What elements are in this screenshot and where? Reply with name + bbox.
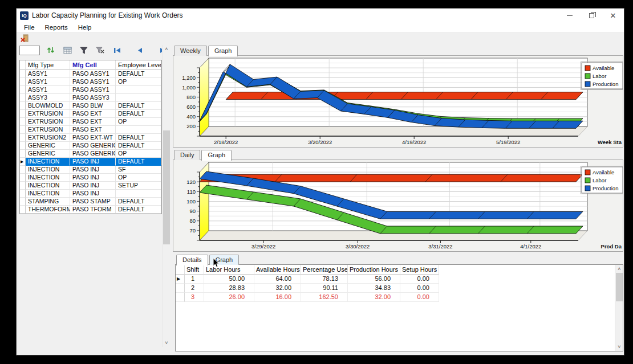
menu-help[interactable]: Help <box>73 22 97 32</box>
minimize-button[interactable] <box>559 9 581 22</box>
details-scrollbar-thumb[interactable] <box>616 273 623 301</box>
table-cell[interactable]: PASO EXT <box>70 126 116 134</box>
tab-daily[interactable]: Daily <box>174 150 200 160</box>
details-row[interactable]: 228.8332.0090.1134.830.00 <box>176 284 623 293</box>
table-cell[interactable]: DEFAULT <box>116 206 161 214</box>
table-row[interactable]: ASSY1PASO ASSY1 <box>20 86 161 94</box>
table-cell[interactable]: INJECTION <box>26 166 70 174</box>
scroll-down-icon[interactable]: ˅ <box>163 339 171 347</box>
table-cell[interactable]: DEFAULT <box>116 158 161 166</box>
nav-first-button[interactable] <box>111 46 124 55</box>
table-cell[interactable]: INJECTION <box>26 182 70 190</box>
table-row[interactable]: THERMOFORMPASO TFORMDEFAULT <box>20 206 161 214</box>
table-cell[interactable]: PASO EXT <box>70 118 116 126</box>
table-cell[interactable]: SF <box>116 166 161 174</box>
column-header-mfg-cell[interactable]: Mfg Cell <box>70 60 116 70</box>
table-cell[interactable]: OP <box>116 174 161 182</box>
table-cell[interactable]: EXTRUSION2 <box>26 134 70 142</box>
table-cell[interactable]: OP <box>116 78 161 86</box>
details-row[interactable]: ▶150.0064.0078.1356.000.00 <box>176 275 623 284</box>
menu-file[interactable]: File <box>19 22 40 32</box>
column-header-employee-level[interactable]: Employee Level <box>116 60 161 70</box>
table-row[interactable]: GENERICPASO GENERICOP <box>20 150 161 158</box>
table-cell[interactable]: DEFAULT <box>116 198 161 206</box>
table-cell[interactable]: PASO GENERIC <box>70 150 116 158</box>
table-cell[interactable]: PASO TFORM <box>70 206 116 214</box>
table-cell[interactable]: ASSY3 <box>26 94 70 102</box>
search-input[interactable] <box>19 46 40 55</box>
table-cell[interactable]: PASO EXT-WT <box>70 134 116 142</box>
column-header-production-hours[interactable]: Production Hours <box>348 265 400 275</box>
table-cell[interactable]: PASO ASSY1 <box>70 86 116 94</box>
table-cell[interactable]: DEFAULT <box>116 142 161 150</box>
table-cell[interactable]: PASO INJ <box>70 190 116 198</box>
column-header-setup-hours[interactable]: Setup Hours <box>400 265 439 275</box>
table-row[interactable]: EXTRUSIONPASO EXTOP <box>20 118 161 126</box>
table-row[interactable]: ASSY1PASO ASSY1DEFAULT <box>20 70 161 78</box>
table-row[interactable]: INJECTIONPASO INJSF <box>20 166 161 174</box>
filter-button[interactable] <box>78 46 90 55</box>
table-row[interactable]: ▶INJECTIONPASO INJDEFAULT <box>20 158 161 166</box>
table-cell[interactable]: SETUP <box>116 182 161 190</box>
close-button[interactable]: ✕ <box>602 9 624 22</box>
table-row[interactable]: ASSY1PASO ASSY1OP <box>20 78 161 86</box>
table-cell[interactable]: DEFAULT <box>116 102 161 110</box>
table-cell[interactable]: EXTRUSION <box>26 126 70 134</box>
restore-button[interactable] <box>581 9 602 22</box>
table-cell[interactable]: DEFAULT <box>116 110 161 118</box>
table-row[interactable]: INJECTIONPASO INJOP <box>20 174 161 182</box>
table-row[interactable]: BLOWMOLDPASO BLWDEFAULT <box>20 102 161 110</box>
table-cell[interactable] <box>116 190 161 198</box>
table-cell[interactable]: PASO ASSY3 <box>70 94 116 102</box>
table-cell[interactable]: STAMPING <box>26 198 70 206</box>
column-header-available-hours[interactable]: Available Hours <box>254 265 301 275</box>
scroll-up-icon[interactable]: ˄ <box>163 45 171 53</box>
table-cell[interactable]: ASSY1 <box>26 86 70 94</box>
table-cell[interactable]: THERMOFORM <box>26 206 70 214</box>
table-cell[interactable]: INJECTION <box>26 190 70 198</box>
table-cell[interactable]: PASO ASSY1 <box>70 78 116 86</box>
column-header-shift[interactable]: Shift <box>185 265 204 275</box>
left-scrollbar-thumb[interactable] <box>163 130 170 244</box>
table-cell[interactable]: OP <box>116 118 161 126</box>
nav-prev-button[interactable] <box>133 46 147 55</box>
table-cell[interactable]: PASO EXT <box>70 110 116 118</box>
tab-daily-graph[interactable]: Graph <box>201 150 232 161</box>
details-scrollbar[interactable]: ˄ ˅ <box>615 265 623 351</box>
table-cell[interactable]: ASSY1 <box>26 78 70 86</box>
table-row[interactable]: EXTRUSION2PASO EXT-WTDEFAULT <box>20 134 161 142</box>
table-cell[interactable]: INJECTION <box>26 174 70 182</box>
table-cell[interactable]: DEFAULT <box>116 70 161 78</box>
column-header-labor-hours[interactable]: Labor Hours <box>204 265 254 275</box>
tab-weekly[interactable]: Weekly <box>174 46 207 56</box>
table-cell[interactable]: GENERIC <box>26 142 70 150</box>
grid-view-button[interactable] <box>61 46 74 55</box>
table-cell[interactable] <box>116 126 161 134</box>
column-header-mfg-type[interactable]: Mfg Type <box>26 60 70 70</box>
scroll-up-icon[interactable]: ˄ <box>615 265 623 273</box>
table-row[interactable]: EXTRUSIONPASO EXTDEFAULT <box>20 110 161 118</box>
scroll-down-icon[interactable]: ˅ <box>615 343 623 351</box>
table-cell[interactable]: PASO ASSY1 <box>70 70 116 78</box>
table-row[interactable]: INJECTIONPASO INJSETUP <box>20 182 161 190</box>
table-cell[interactable]: INJECTION <box>26 158 70 166</box>
table-row[interactable]: STAMPINGPASO STAMPDEFAULT <box>20 198 161 206</box>
table-cell[interactable]: OP <box>116 150 161 158</box>
details-row[interactable]: 326.0016.00162.5032.000.00 <box>176 293 623 302</box>
column-header-percentage-used[interactable]: Percentage Used <box>301 265 348 275</box>
table-cell[interactable]: DEFAULT <box>116 134 161 142</box>
table-cell[interactable]: PASO INJ <box>70 182 116 190</box>
menu-reports[interactable]: Reports <box>40 22 73 32</box>
table-cell[interactable] <box>116 94 161 102</box>
table-cell[interactable]: EXTRUSION <box>26 118 70 126</box>
table-cell[interactable]: PASO STAMP <box>70 198 116 206</box>
left-scrollbar[interactable]: ˄ ˅ <box>162 45 170 347</box>
table-row[interactable]: EXTRUSIONPASO EXT <box>20 126 161 134</box>
table-cell[interactable]: ASSY1 <box>26 70 70 78</box>
table-cell[interactable]: PASO INJ <box>70 166 116 174</box>
tab-weekly-graph[interactable]: Graph <box>208 46 238 56</box>
table-row[interactable]: INJECTIONPASO INJ <box>20 190 161 198</box>
table-cell[interactable]: PASO BLW <box>70 102 116 110</box>
filter-clear-button[interactable] <box>94 46 107 55</box>
tab-details[interactable]: Details <box>176 255 208 265</box>
